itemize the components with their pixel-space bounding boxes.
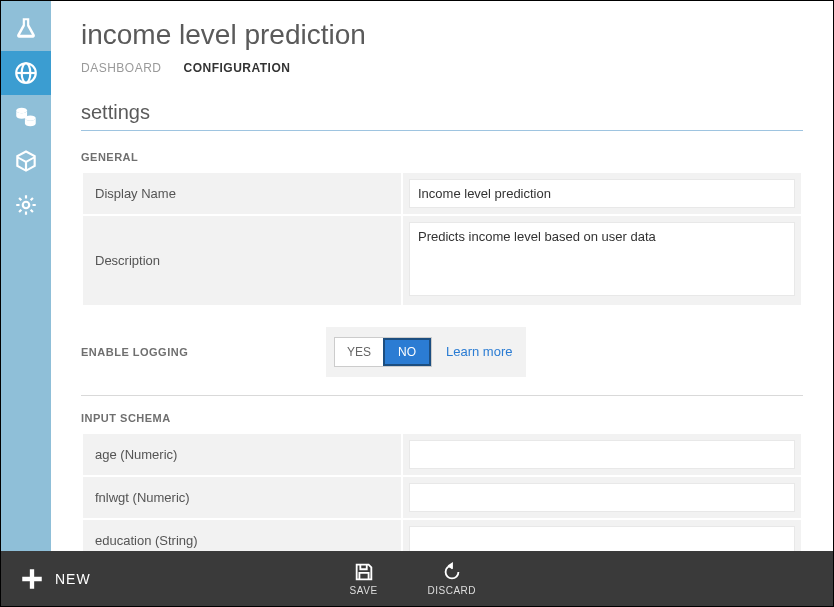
description-input[interactable] bbox=[409, 222, 795, 296]
logging-yes-button[interactable]: YES bbox=[335, 338, 383, 366]
svg-point-4 bbox=[25, 115, 36, 120]
schema-row-label: age (Numeric) bbox=[82, 433, 402, 476]
schema-row-input[interactable] bbox=[409, 440, 795, 469]
discard-label: DISCARD bbox=[428, 585, 477, 596]
schema-row-label: education (String) bbox=[82, 519, 402, 551]
logging-toggle: YES NO bbox=[334, 337, 432, 367]
divider bbox=[81, 395, 803, 396]
schema-row-label: fnlwgt (Numeric) bbox=[82, 476, 402, 519]
page-title: income level prediction bbox=[81, 19, 803, 51]
left-sidebar bbox=[1, 1, 51, 551]
plus-icon bbox=[19, 566, 45, 592]
new-button[interactable]: NEW bbox=[19, 566, 91, 592]
general-form: Display Name Description bbox=[81, 171, 803, 307]
sidebar-item-experiments[interactable] bbox=[1, 7, 51, 51]
description-label: Description bbox=[82, 215, 402, 306]
save-icon bbox=[353, 561, 375, 583]
display-name-label: Display Name bbox=[82, 172, 402, 215]
general-heading: GENERAL bbox=[81, 151, 803, 163]
sidebar-item-datasets[interactable] bbox=[1, 95, 51, 139]
discard-button[interactable]: DISCARD bbox=[428, 561, 477, 596]
save-button[interactable]: SAVE bbox=[350, 561, 378, 596]
gear-icon bbox=[13, 192, 39, 218]
main-content: income level prediction DASHBOARD CONFIG… bbox=[51, 1, 833, 551]
footer-bar: NEW SAVE DISCARD bbox=[1, 551, 833, 606]
section-heading: settings bbox=[81, 101, 803, 124]
cube-icon bbox=[13, 148, 39, 174]
flask-icon bbox=[13, 16, 39, 42]
sidebar-item-modules[interactable] bbox=[1, 139, 51, 183]
logging-no-button[interactable]: NO bbox=[383, 338, 431, 366]
tab-configuration[interactable]: CONFIGURATION bbox=[184, 61, 291, 75]
learn-more-link[interactable]: Learn more bbox=[446, 344, 512, 359]
save-label: SAVE bbox=[350, 585, 378, 596]
discard-icon bbox=[441, 561, 463, 583]
tab-bar: DASHBOARD CONFIGURATION bbox=[81, 61, 803, 75]
logging-heading: ENABLE LOGGING bbox=[81, 346, 326, 358]
table-row: education (String) bbox=[82, 519, 802, 551]
display-name-input[interactable] bbox=[409, 179, 795, 208]
database-icon bbox=[13, 104, 39, 130]
svg-point-3 bbox=[16, 108, 27, 113]
sidebar-item-web-services[interactable] bbox=[1, 51, 51, 95]
tab-dashboard[interactable]: DASHBOARD bbox=[81, 61, 162, 75]
globe-icon bbox=[13, 60, 39, 86]
input-schema-heading: INPUT SCHEMA bbox=[81, 412, 803, 424]
table-row: age (Numeric) bbox=[82, 433, 802, 476]
logging-control: YES NO Learn more bbox=[326, 327, 526, 377]
svg-point-5 bbox=[23, 202, 30, 209]
logging-row: ENABLE LOGGING YES NO Learn more bbox=[81, 327, 803, 377]
schema-row-input[interactable] bbox=[409, 526, 795, 551]
new-label: NEW bbox=[55, 571, 91, 587]
divider bbox=[81, 130, 803, 131]
table-row: fnlwgt (Numeric) bbox=[82, 476, 802, 519]
schema-row-input[interactable] bbox=[409, 483, 795, 512]
input-schema-table: age (Numeric) fnlwgt (Numeric) education… bbox=[81, 432, 803, 551]
sidebar-item-settings[interactable] bbox=[1, 183, 51, 227]
